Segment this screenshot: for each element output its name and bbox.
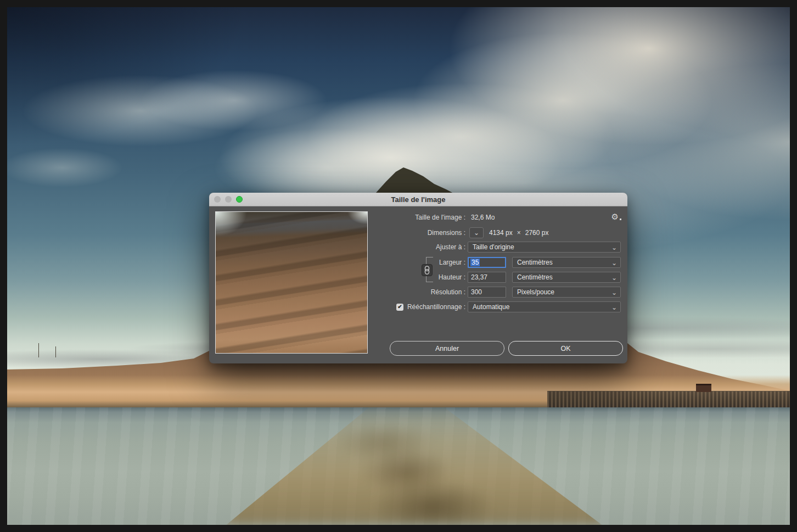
width-label: Largeur : [374,259,465,266]
row-resolution: Résolution : 300 Pixels/pouce ⌄ [374,287,621,298]
resample-label: Rééchantillonnage : [407,303,465,311]
image-preview[interactable] [215,211,368,354]
row-resample: ✔ Rééchantillonnage : Automatique ⌄ [374,301,621,312]
width-input[interactable]: 35 [468,257,506,268]
row-dimensions: Dimensions : ⌄ 4134 px × 2760 px [374,227,621,238]
constrain-proportions-control[interactable] [422,257,436,282]
dimensions-height-value: 2760 px [525,229,549,237]
rocky-seawall [547,391,790,407]
resolution-unit-select[interactable]: Pixels/pouce ⌄ [512,287,621,298]
image-size-dialog: Taille de l'image Taille de l'image : 32… [209,193,627,363]
width-value: 35 [470,259,480,266]
chevron-down-icon: ⌄ [611,258,617,268]
power-pole [55,346,56,357]
close-button[interactable] [214,196,221,203]
resample-label-cell: ✔ Rééchantillonnage : [374,303,465,311]
power-pole [38,343,39,357]
fit-to-select[interactable]: Taille d'origine ⌄ [468,242,621,253]
resolution-input[interactable]: 300 [468,287,506,298]
resolution-value: 300 [471,288,482,296]
image-size-value: 32,6 Mo [468,214,495,221]
chain-link-icon[interactable] [422,264,433,276]
dialog-title: Taille de l'image [391,195,446,204]
row-width: Largeur : 35 Centimètres ⌄ [374,257,621,268]
chevron-down-icon: ⌄ [611,243,617,253]
row-fit-to: Ajuster à : Taille d'origine ⌄ [374,242,621,253]
fit-to-value: Taille d'origine [473,243,514,251]
resample-checkbox[interactable]: ✔ [396,304,403,311]
resolution-label: Résolution : [374,288,465,296]
traffic-lights [214,193,243,206]
image-size-label: Taille de l'image : [374,214,465,221]
row-image-size: Taille de l'image : 32,6 Mo [374,212,621,223]
chevron-down-icon: ⌄ [611,288,617,298]
dimensions-width-value: 4134 px [489,229,513,237]
chevron-down-icon: ⌄ [611,303,617,312]
height-input[interactable]: 23,37 [468,272,506,283]
height-value: 23,37 [471,273,487,281]
width-unit-select[interactable]: Centimètres ⌄ [512,257,621,268]
dialog-titlebar[interactable]: Taille de l'image [209,193,627,206]
multiply-sign: × [517,229,521,237]
gear-menu-icon[interactable]: ⚙ [611,212,619,221]
photoshop-canvas: Taille de l'image Taille de l'image : 32… [0,0,797,532]
water [7,407,790,525]
dimensions-unit-dropdown[interactable]: ⌄ [469,227,484,238]
resolution-unit-value: Pixels/pouce [517,288,554,296]
resample-select[interactable]: Automatique ⌄ [468,301,621,312]
small-house [696,384,711,392]
mountain-reflection [226,407,602,525]
ok-button[interactable]: OK [508,341,623,356]
zoom-button[interactable] [236,196,243,203]
cancel-button[interactable]: Annuler [390,341,504,356]
minimize-button[interactable] [225,196,232,203]
height-unit-value: Centimètres [517,273,553,281]
height-unit-select[interactable]: Centimètres ⌄ [512,272,621,283]
row-height: Hauteur : 23,37 Centimètres ⌄ [374,272,621,283]
width-unit-value: Centimètres [517,259,553,266]
resample-value: Automatique [473,303,509,311]
height-label: Hauteur : [374,273,465,281]
chevron-down-icon: ⌄ [611,273,617,283]
dimensions-label: Dimensions : [374,229,465,237]
fit-to-label: Ajuster à : [374,243,465,251]
